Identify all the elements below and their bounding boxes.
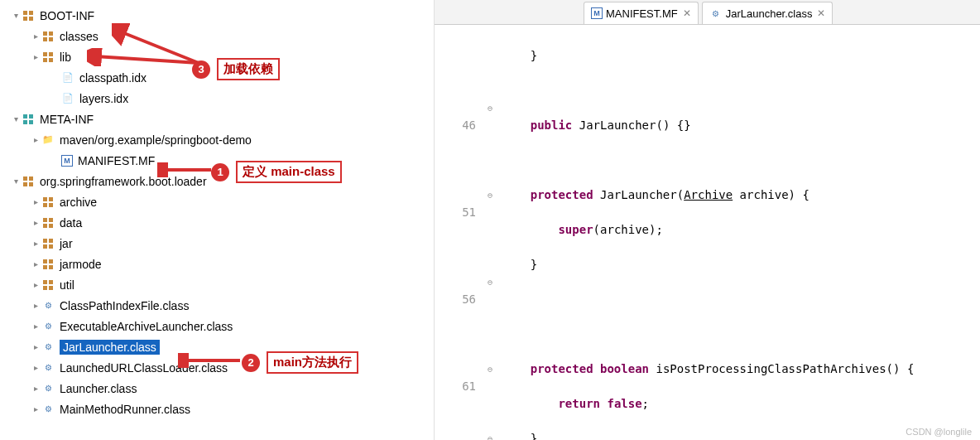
svg-rect-12: [23, 114, 27, 118]
svg-rect-8: [43, 52, 47, 56]
tree-label-selected: JarLauncher.class: [60, 340, 160, 355]
tree-item-jar[interactable]: jar: [0, 233, 434, 254]
expand-arrow-icon[interactable]: [30, 31, 41, 41]
package-explorer: BOOT-INF classes lib 📄 classpath.idx 📄 l…: [0, 0, 435, 440]
class-file-icon: [41, 361, 55, 375]
package-icon: [41, 30, 55, 43]
tree-item-launchedurlclassloader-class[interactable]: LaunchedURLClassLoader.class: [0, 357, 434, 378]
expand-arrow-icon[interactable]: [30, 239, 41, 248]
svg-rect-22: [43, 203, 47, 207]
expand-arrow-icon[interactable]: [30, 301, 41, 310]
expand-arrow-icon[interactable]: [30, 259, 41, 268]
svg-rect-23: [49, 203, 53, 207]
expand-arrow-icon[interactable]: [10, 11, 22, 20]
tree-item-manifest[interactable]: M MANIFEST.MF: [0, 150, 434, 171]
tree-label: classpath.idx: [79, 71, 147, 85]
svg-rect-36: [43, 280, 47, 284]
expand-arrow-icon[interactable]: [30, 404, 41, 413]
class-file-icon: [41, 403, 55, 416]
svg-rect-21: [49, 197, 53, 201]
tree-label: archive: [60, 196, 97, 209]
expand-arrow-icon[interactable]: [30, 135, 41, 144]
fold-gutter[interactable]: ⊖ ⊖ ⊖ ⊖ ⊖: [484, 25, 496, 440]
tree-item-util[interactable]: util: [0, 274, 434, 295]
svg-rect-0: [23, 11, 27, 15]
expand-arrow-icon[interactable]: [30, 322, 41, 331]
tree-item-loader-pkg[interactable]: org.springframework.boot.loader: [0, 171, 434, 191]
svg-rect-3: [29, 17, 33, 21]
tree-item-boot-inf[interactable]: BOOT-INF: [0, 5, 434, 26]
tree-item-lib[interactable]: lib: [0, 46, 434, 67]
svg-rect-17: [29, 176, 33, 181]
close-icon[interactable]: ✕: [817, 7, 825, 19]
tree-label: util: [60, 278, 74, 292]
class-file-icon: [41, 341, 55, 354]
expand-arrow-icon[interactable]: [10, 114, 22, 123]
tree-item-jarmode[interactable]: jarmode: [0, 254, 434, 274]
tree-item-mainmethodrunner-class[interactable]: MainMethodRunner.class: [0, 399, 434, 419]
tree-item-jarlauncher-class[interactable]: JarLauncher.class: [0, 336, 434, 357]
svg-rect-20: [43, 197, 47, 201]
ide-root: BOOT-INF classes lib 📄 classpath.idx 📄 l…: [0, 0, 980, 440]
tree-item-maven-folder[interactable]: 📁 maven/org.example/springboot-demo: [0, 129, 434, 150]
svg-rect-24: [43, 218, 47, 222]
svg-rect-16: [23, 176, 27, 181]
tree-label: MANIFEST.MF: [78, 154, 155, 167]
file-icon: 📄: [61, 71, 74, 85]
tab-manifest[interactable]: M MANIFEST.MF ✕: [584, 2, 699, 24]
tree-item-executablearchive-class[interactable]: ExecutableArchiveLauncher.class: [0, 316, 434, 336]
tree-label: data: [60, 216, 82, 230]
code-body[interactable]: } public JarLauncher() {} protected JarL…: [496, 25, 980, 440]
expand-arrow-icon[interactable]: [30, 342, 41, 351]
tree-label: jar: [60, 237, 73, 250]
svg-rect-13: [29, 114, 33, 118]
tree-label: jarmode: [60, 258, 102, 271]
tree-item-meta-inf[interactable]: META-INF: [0, 109, 434, 129]
svg-rect-39: [49, 286, 53, 290]
svg-rect-25: [49, 218, 53, 222]
editor-tabs: M MANIFEST.MF ✕ JarLauncher.class ✕: [435, 0, 980, 25]
class-file-icon: [709, 7, 723, 20]
tree-item-launcher-class[interactable]: Launcher.class: [0, 378, 434, 399]
package-icon: [41, 278, 55, 292]
svg-rect-31: [49, 244, 53, 249]
tree-item-classpath-idx[interactable]: 📄 classpath.idx: [0, 67, 434, 88]
folder-icon: 📁: [41, 133, 55, 147]
svg-rect-14: [23, 120, 27, 124]
expand-arrow-icon[interactable]: [30, 218, 41, 227]
svg-rect-15: [29, 120, 33, 124]
expand-arrow-icon[interactable]: [30, 52, 41, 61]
tab-jarlauncher[interactable]: JarLauncher.class ✕: [702, 2, 833, 24]
tree-label: META-INF: [40, 113, 94, 126]
svg-rect-4: [43, 31, 47, 36]
package-icon: [22, 175, 35, 188]
svg-rect-30: [43, 244, 47, 249]
class-file-icon: [41, 320, 55, 333]
tree-item-archive[interactable]: archive: [0, 191, 434, 212]
tree-item-layers-idx[interactable]: 📄 layers.idx: [0, 88, 434, 109]
svg-rect-29: [49, 239, 53, 243]
close-icon[interactable]: ✕: [683, 7, 691, 19]
tree-item-classpathindex-class[interactable]: ClassPathIndexFile.class: [0, 295, 434, 316]
expand-arrow-icon[interactable]: [30, 363, 41, 372]
expand-arrow-icon[interactable]: [30, 197, 41, 206]
tree-label: classes: [60, 30, 98, 43]
svg-rect-7: [49, 37, 53, 41]
expand-arrow-icon[interactable]: [30, 280, 41, 289]
tree-label: ClassPathIndexFile.class: [60, 299, 189, 312]
package-icon: [41, 237, 55, 250]
svg-rect-2: [23, 17, 27, 21]
package-icon: [41, 196, 55, 209]
tree-item-data[interactable]: data: [0, 212, 434, 233]
svg-rect-10: [43, 58, 47, 62]
svg-rect-28: [43, 239, 47, 243]
svg-rect-18: [23, 182, 27, 186]
manifest-icon: M: [61, 155, 73, 167]
file-icon: 📄: [61, 92, 74, 105]
class-file-icon: [41, 382, 55, 395]
tree-item-classes[interactable]: classes: [0, 26, 434, 46]
code-editor[interactable]: 46 51 56 61 65 ⊖ ⊖ ⊖ ⊖ ⊖ } public JarLau…: [435, 25, 980, 440]
expand-arrow-icon[interactable]: [10, 176, 22, 186]
expand-arrow-icon[interactable]: [30, 384, 41, 393]
tree-label: org.springframework.boot.loader: [40, 175, 207, 188]
